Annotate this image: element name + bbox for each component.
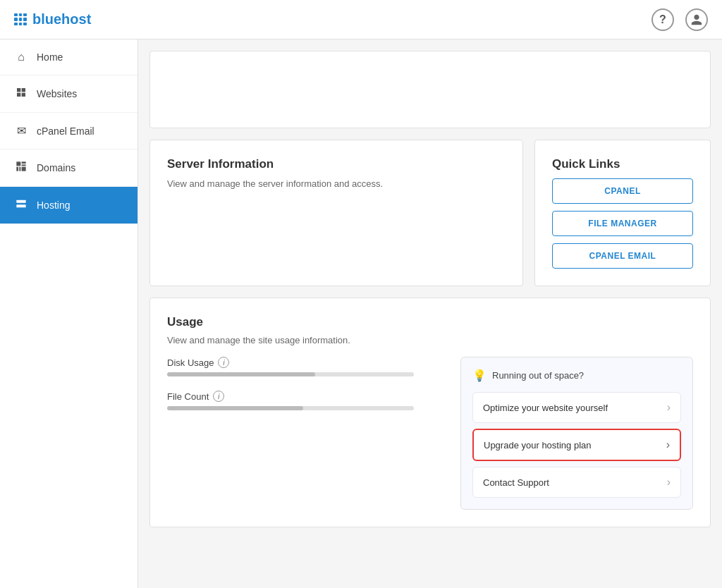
server-info-desc: View and manage the server information a… [167,178,506,189]
svg-rect-1 [22,88,25,92]
svg-rect-3 [22,93,25,97]
quick-links-card: Quick Links CPANEL FILE MANAGER CPANEL E… [534,140,711,286]
running-out-panel: 💡 Running out of space? Optimize your we… [460,357,693,510]
cpanel-email-icon: ✉ [14,124,28,137]
running-out-header: 💡 Running out of space? [472,369,681,382]
optimize-action[interactable]: Optimize your website yourself › [472,392,681,423]
sidebar-item-websites-label: Websites [37,88,77,99]
bulb-icon: 💡 [472,369,487,382]
upgrade-label: Upgrade your hosting plan [484,440,592,451]
svg-rect-6 [22,164,26,166]
help-icon[interactable]: ? [651,8,674,31]
sidebar: ⌂ Home Websites ✉ cPanel Email Domains H… [0,39,138,588]
sidebar-item-cpanel-email[interactable]: ✉ cPanel Email [0,113,137,149]
logo: bluehost [14,11,91,27]
sidebar-item-domains[interactable]: Domains [0,149,137,187]
logo-grid-icon [14,13,27,26]
main-layout: ⌂ Home Websites ✉ cPanel Email Domains H… [0,39,722,588]
file-count-progress-fill [167,406,303,410]
file-count-item: File Count i [167,391,443,410]
usage-metrics: Disk Usage i File Count i [167,357,443,510]
file-manager-button[interactable]: FILE MANAGER [552,211,693,236]
contact-support-action[interactable]: Contact Support › [472,467,681,498]
server-info-card: Server Information View and manage the s… [149,140,523,286]
disk-usage-label: Disk Usage i [167,357,443,368]
contact-support-label: Contact Support [483,477,549,488]
file-count-progress-bar [167,406,414,410]
running-out-text: Running out of space? [492,370,584,381]
logo-text: bluehost [32,11,91,27]
usage-desc: View and manage the site usage informati… [167,335,693,345]
sidebar-item-cpanel-email-label: cPanel Email [37,125,94,137]
optimize-label: Optimize your website yourself [483,403,608,413]
disk-progress-bar [167,372,414,376]
sidebar-item-hosting[interactable]: Hosting [0,187,137,224]
svg-rect-8 [19,167,20,171]
disk-info-icon[interactable]: i [218,357,229,368]
sidebar-item-home[interactable]: ⌂ Home [0,39,137,75]
domains-icon [14,161,28,175]
svg-rect-0 [17,88,20,92]
top-navigation: bluehost ? [0,0,722,39]
user-avatar[interactable] [685,8,708,31]
sidebar-item-hosting-label: Hosting [37,200,70,211]
svg-rect-2 [17,93,20,97]
websites-icon [14,87,28,101]
svg-rect-10 [16,200,25,203]
svg-rect-5 [22,161,26,164]
top-card [149,51,711,128]
server-quicklinks-row: Server Information View and manage the s… [149,140,711,286]
disk-usage-item: Disk Usage i [167,357,443,376]
file-count-label: File Count i [167,391,443,402]
server-info-title: Server Information [167,157,506,171]
hosting-icon [14,198,28,212]
topnav-right: ? [651,8,708,31]
usage-content: Disk Usage i File Count i [167,357,693,510]
svg-rect-7 [16,167,18,171]
optimize-chevron-icon: › [667,401,671,414]
upgrade-action[interactable]: Upgrade your hosting plan › [472,429,681,461]
svg-rect-9 [22,167,26,171]
cpanel-email-button[interactable]: CPANEL EMAIL [552,243,693,269]
file-count-info-icon[interactable]: i [213,391,224,402]
home-icon: ⌂ [14,51,28,63]
sidebar-item-websites[interactable]: Websites [0,75,137,113]
upgrade-chevron-icon: › [666,439,670,451]
contact-support-chevron-icon: › [667,476,671,489]
usage-card: Usage View and manage the site usage inf… [149,298,711,527]
sidebar-item-home-label: Home [37,51,63,63]
usage-title: Usage [167,315,693,329]
sidebar-item-domains-label: Domains [37,162,75,173]
disk-progress-fill [167,372,315,376]
quick-links-title: Quick Links [552,157,693,171]
main-content: Server Information View and manage the s… [138,39,722,588]
svg-rect-4 [16,161,20,166]
svg-rect-11 [16,204,25,207]
cpanel-button[interactable]: CPANEL [552,178,693,204]
